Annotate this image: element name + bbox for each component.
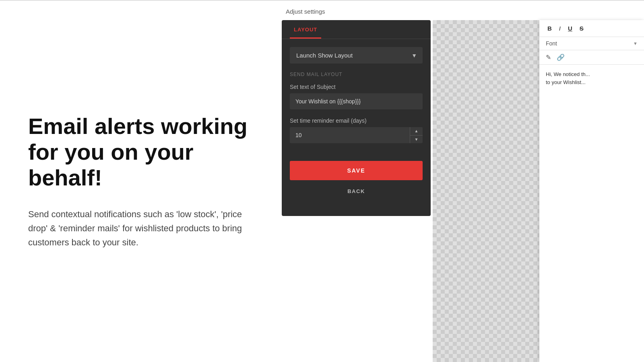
- back-button[interactable]: BACK: [290, 183, 423, 200]
- reminder-field-section: Set time reminder email (days) ▲ ▼: [290, 117, 423, 143]
- font-label: Font: [546, 40, 557, 47]
- panel-body: Launch Show Layout ▼ SEND MAIL LAYOUT Se…: [282, 39, 431, 208]
- subject-input[interactable]: [290, 93, 423, 109]
- right-panel: Adjust settings LAYOUT Launch Show Layou…: [282, 1, 644, 362]
- font-dropdown-arrow-icon: ▼: [633, 41, 638, 46]
- send-mail-label: SEND MAIL LAYOUT: [290, 72, 423, 77]
- layout-dropdown[interactable]: Launch Show Layout: [290, 47, 423, 64]
- italic-button[interactable]: I: [557, 24, 562, 33]
- bold-button[interactable]: B: [546, 24, 553, 33]
- tab-layout[interactable]: LAYOUT: [290, 20, 321, 39]
- number-stepper: ▲ ▼: [410, 127, 423, 143]
- hero-description: Send contextual notifications such as 'l…: [28, 207, 254, 250]
- stepper-down-button[interactable]: ▼: [410, 136, 423, 144]
- subject-label: Set text of Subject: [290, 84, 423, 90]
- settings-panel: LAYOUT Launch Show Layout ▼ SEND MAIL LA…: [282, 20, 431, 216]
- underline-button[interactable]: U: [566, 24, 574, 33]
- stepper-up-button[interactable]: ▲: [410, 127, 423, 136]
- link-icon-button[interactable]: 🔗: [557, 53, 565, 61]
- subject-field-section: Set text of Subject: [290, 84, 423, 109]
- reminder-days-input[interactable]: [290, 127, 423, 143]
- hero-title: Email alerts working for you on your beh…: [28, 113, 254, 191]
- left-panel: Email alerts working for you on your beh…: [0, 1, 282, 362]
- number-input-container: ▲ ▼: [290, 127, 423, 143]
- edit-icon-button[interactable]: ✎: [546, 53, 551, 61]
- reminder-label: Set time reminder email (days): [290, 117, 423, 124]
- email-editor-panel: B I U S Font ▼ ✎ 🔗 Hi, We noticed t: [539, 20, 644, 362]
- adjust-settings-label: Adjust settings: [286, 8, 325, 15]
- email-preview-area: B I U S Font ▼ ✎ 🔗 Hi, We noticed t: [433, 20, 644, 362]
- save-button[interactable]: SAVE: [290, 161, 423, 180]
- main-content: Email alerts working for you on your beh…: [0, 1, 644, 362]
- email-preview-text-2: to your Wishlist...: [546, 79, 586, 85]
- email-preview-text: Hi, We noticed th...: [546, 71, 590, 77]
- font-dropdown[interactable]: Font ▼: [539, 37, 644, 50]
- text-format-toolbar: B I U S: [539, 20, 644, 37]
- email-content-preview: Hi, We noticed th... to your Wishlist...: [539, 65, 644, 92]
- icon-toolbar: ✎ 🔗: [539, 50, 644, 65]
- panel-tabs: LAYOUT: [282, 20, 431, 39]
- strikethrough-button[interactable]: S: [578, 24, 585, 33]
- dropdown-container: Launch Show Layout ▼: [290, 47, 423, 64]
